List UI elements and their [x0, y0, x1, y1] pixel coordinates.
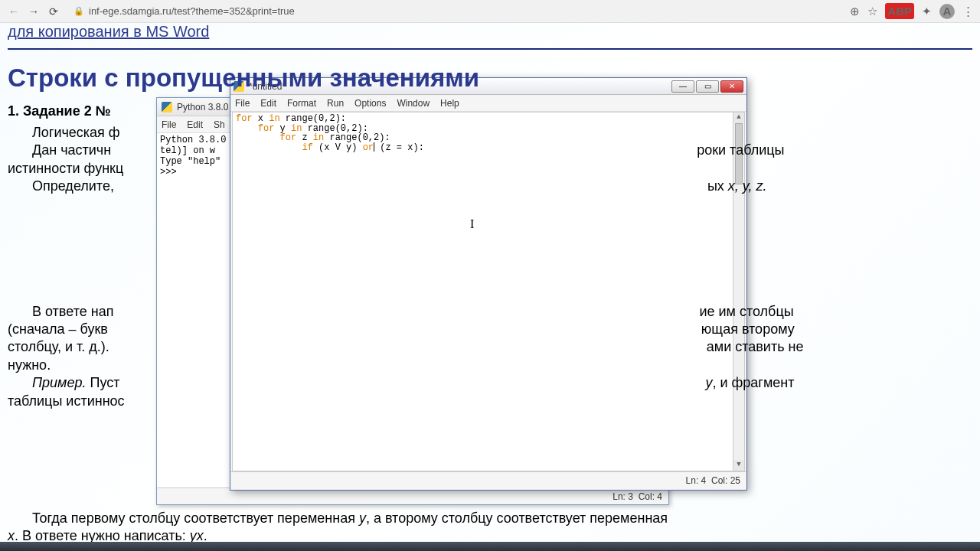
url-text: inf-ege.sdamgia.ru/test?theme=352&print=…: [89, 5, 295, 17]
divider: [8, 48, 972, 50]
taskbar[interactable]: [0, 542, 980, 551]
adblock-icon[interactable]: ABP: [885, 3, 914, 19]
page-link[interactable]: для копирования в MS Word: [8, 23, 209, 40]
reload-button[interactable]: ⟳: [46, 4, 61, 19]
address-bar[interactable]: 🔒 inf-ege.sdamgia.ru/test?theme=352&prin…: [74, 5, 842, 17]
zoom-icon[interactable]: ⊕: [850, 5, 860, 18]
lock-icon: 🔒: [74, 6, 84, 16]
back-button[interactable]: ←: [6, 4, 21, 19]
task-heading: 1. Задание 2 №: [8, 103, 972, 119]
browser-toolbar: ← → ⟳ 🔒 inf-ege.sdamgia.ru/test?theme=35…: [0, 0, 980, 23]
task-body-2: В ответе нап ие им столбцы (сначала – бу…: [8, 303, 972, 410]
forward-button[interactable]: →: [26, 4, 41, 19]
task-body: Логическая ф Дан частичн роки таблицы ис…: [8, 124, 972, 196]
menu-icon[interactable]: ⋮: [962, 5, 974, 18]
page-title: Строки с пропущенными значениями: [8, 64, 972, 93]
profile-avatar[interactable]: A: [939, 4, 955, 19]
bookmark-icon[interactable]: ☆: [867, 5, 877, 18]
extensions-icon[interactable]: ✦: [922, 5, 932, 18]
task-body-3: Тогда первому столбцу соответствует пере…: [8, 510, 972, 542]
page-content: для копирования в MS Word Строки с пропу…: [0, 23, 980, 542]
